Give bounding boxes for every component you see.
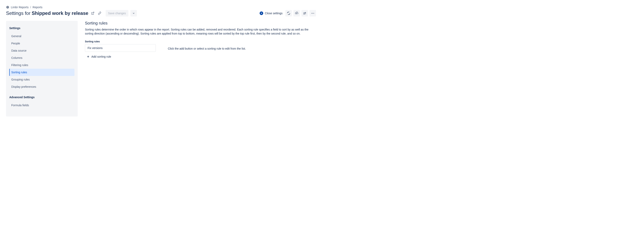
sidebar-item-data-source[interactable]: Data source: [9, 47, 74, 54]
add-sorting-rule-button[interactable]: Add sorting rule: [85, 53, 113, 61]
svg-point-8: [305, 12, 306, 13]
sidebar-list-advanced: Formula fields: [9, 102, 74, 109]
sidebar-item-columns[interactable]: Columns: [9, 54, 74, 61]
layout: Settings General People Data source Colu…: [6, 21, 316, 117]
add-sorting-rule-label: Add sorting rule: [91, 55, 111, 58]
sidebar-item-sorting-rules[interactable]: Sorting rules: [9, 69, 74, 76]
svg-point-13: [314, 13, 314, 14]
plus-icon: [86, 55, 90, 58]
svg-point-10: [304, 13, 304, 14]
open-external-icon[interactable]: [90, 11, 95, 16]
rules-row: Sorting rules Fix versions Add sorting r…: [85, 40, 316, 61]
sidebar-item-general[interactable]: General: [9, 32, 74, 40]
save-changes-button[interactable]: Save changes: [106, 10, 128, 16]
link-icon[interactable]: [97, 11, 102, 16]
save-dropdown-button[interactable]: [130, 10, 137, 16]
rules-list-column: Sorting rules Fix versions Add sorting r…: [85, 40, 156, 61]
title-report-name: Shipped work by release: [32, 10, 88, 16]
panel-description: Sorting rules determine the order in whi…: [85, 27, 310, 36]
svg-point-12: [312, 13, 313, 14]
close-settings-button[interactable]: Close settings: [258, 11, 284, 16]
sidebar-list-settings: General People Data source Columns Filte…: [9, 32, 74, 90]
sliders-button[interactable]: [302, 10, 308, 16]
settings-sidebar: Settings General People Data source Colu…: [6, 21, 78, 117]
sorting-rule-item[interactable]: Fix versions: [85, 44, 156, 52]
breadcrumb-separator: /: [30, 6, 31, 9]
placeholder-text: Click the add button or select a sorting…: [168, 47, 246, 50]
breadcrumb: Limbr Reports / Reports: [6, 6, 316, 9]
page-header: Settings for Shipped work by release Sav…: [6, 10, 316, 16]
breadcrumb-app[interactable]: Limbr Reports: [11, 6, 28, 9]
svg-line-3: [92, 12, 94, 13]
sidebar-item-filtering-rules[interactable]: Filtering rules: [9, 61, 74, 69]
page-title: Settings for Shipped work by release: [6, 10, 88, 16]
main-panel: Sorting rules Sorting rules determine th…: [85, 21, 316, 61]
app-logo-icon: [6, 6, 9, 9]
breadcrumb-section[interactable]: Reports: [32, 6, 42, 9]
close-settings-label: Close settings: [265, 12, 282, 15]
title-wrap: Settings for Shipped work by release Sav…: [6, 10, 137, 16]
sidebar-item-people[interactable]: People: [9, 40, 74, 47]
close-icon: [260, 11, 263, 15]
rules-detail-placeholder: Click the add button or select a sorting…: [168, 40, 316, 50]
sidebar-item-formula-fields[interactable]: Formula fields: [9, 102, 74, 109]
rules-label: Sorting rules: [85, 40, 156, 43]
panel-heading: Sorting rules: [85, 21, 316, 25]
sidebar-item-display-preferences[interactable]: Display preferences: [9, 83, 74, 90]
svg-point-11: [311, 13, 312, 14]
sidebar-section-advanced: Advanced Settings: [9, 94, 74, 101]
header-actions: Close settings: [258, 10, 316, 16]
sidebar-item-grouping-rules[interactable]: Grouping rules: [9, 76, 74, 83]
download-cloud-button[interactable]: [294, 10, 300, 16]
refresh-button[interactable]: [285, 10, 292, 16]
sidebar-section-settings: Settings: [9, 25, 74, 32]
more-button[interactable]: [310, 10, 316, 16]
title-prefix: Settings for: [6, 10, 30, 16]
